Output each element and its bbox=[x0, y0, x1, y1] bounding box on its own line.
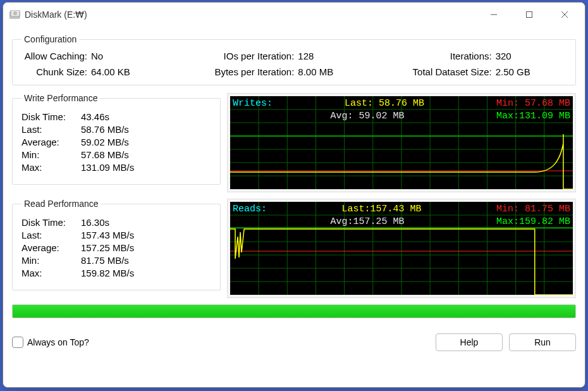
read-avg-value: 157.25 MB/s bbox=[81, 242, 134, 253]
write-disktime-label: Disk Time: bbox=[21, 111, 81, 122]
write-performance-legend: Write Performance bbox=[21, 93, 100, 103]
allow-caching-value: No bbox=[91, 51, 103, 61]
svg-rect-4 bbox=[527, 12, 532, 18]
minimize-button[interactable] bbox=[476, 3, 511, 26]
maximize-button[interactable] bbox=[511, 3, 547, 26]
chunk-size-label: Chunk Size: bbox=[21, 66, 91, 77]
total-dataset-label: Total Dataset Size: bbox=[385, 66, 496, 77]
read-performance-group: Read Performance Disk Time:16.30s Last:1… bbox=[12, 199, 221, 290]
read-max-value: 159.82 MB/s bbox=[81, 268, 134, 278]
close-button[interactable] bbox=[547, 3, 582, 26]
read-last-label: Last: bbox=[21, 230, 81, 240]
window-title: DiskMark (E:₩) bbox=[25, 9, 87, 20]
iterations-label: Iterations: bbox=[385, 51, 496, 61]
checkbox-icon bbox=[12, 337, 23, 348]
write-chart-container: Writes: Last: 58.76 MB Min: 57.68 MB Avg… bbox=[227, 93, 576, 192]
configuration-legend: Configuration bbox=[21, 34, 79, 44]
progress-fill bbox=[13, 305, 575, 318]
always-on-top-label: Always on Top? bbox=[27, 337, 89, 347]
bytes-per-iteration-label: Bytes per Iteration: bbox=[203, 66, 298, 77]
read-min-label: Min: bbox=[21, 255, 81, 266]
bytes-per-iteration-value: 8.00 MB bbox=[298, 66, 333, 77]
write-performance-group: Write Performance Disk Time:43.46s Last:… bbox=[12, 93, 221, 185]
read-last-value: 157.43 MB/s bbox=[81, 230, 134, 240]
read-avg-label: Average: bbox=[21, 242, 81, 253]
total-dataset-value: 2.50 GB bbox=[496, 66, 530, 77]
svg-point-2 bbox=[13, 11, 17, 15]
read-chart-container: Reads: Last:157.43 MB Min: 81.75 MB Avg:… bbox=[227, 199, 576, 298]
read-disktime-value: 16.30s bbox=[81, 217, 109, 228]
read-min-value: 81.75 MB/s bbox=[81, 255, 129, 266]
read-disktime-label: Disk Time: bbox=[21, 217, 81, 228]
write-avg-value: 59.02 MB/s bbox=[81, 137, 129, 147]
progress-bar bbox=[12, 304, 576, 318]
write-avg-label: Average: bbox=[21, 137, 81, 147]
write-last-label: Last: bbox=[21, 124, 81, 135]
read-max-label: Max: bbox=[21, 268, 81, 278]
write-min-value: 57.68 MB/s bbox=[81, 149, 129, 160]
write-chart: Writes: Last: 58.76 MB Min: 57.68 MB Avg… bbox=[230, 96, 573, 189]
read-chart: Reads: Last:157.43 MB Min: 81.75 MB Avg:… bbox=[230, 202, 573, 295]
help-button[interactable]: Help bbox=[436, 333, 503, 351]
allow-caching-label: Allow Caching: bbox=[21, 51, 91, 61]
configuration-group: Configuration Allow Caching:No IOs per I… bbox=[12, 34, 576, 85]
titlebar[interactable]: DiskMark (E:₩) bbox=[3, 3, 585, 27]
app-icon bbox=[9, 10, 21, 19]
write-last-value: 58.76 MB/s bbox=[81, 124, 129, 135]
write-max-label: Max: bbox=[21, 162, 81, 173]
run-button[interactable]: Run bbox=[509, 333, 576, 351]
chunk-size-value: 64.00 KB bbox=[91, 66, 130, 77]
read-performance-legend: Read Performance bbox=[21, 199, 101, 209]
iterations-value: 320 bbox=[496, 51, 511, 61]
write-min-label: Min: bbox=[21, 149, 81, 160]
main-window: DiskMark (E:₩) Configuration Allow Cachi… bbox=[3, 2, 585, 388]
always-on-top-checkbox[interactable]: Always on Top? bbox=[12, 337, 89, 348]
write-max-value: 131.09 MB/s bbox=[81, 162, 134, 173]
ios-per-iteration-value: 128 bbox=[298, 51, 314, 61]
write-disktime-value: 43.46s bbox=[81, 111, 109, 122]
ios-per-iteration-label: IOs per Iteration: bbox=[203, 51, 298, 61]
